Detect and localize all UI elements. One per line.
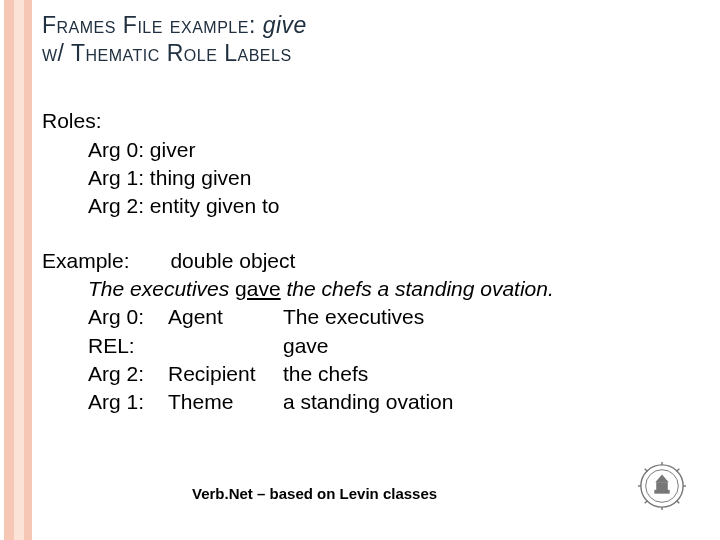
example-block: Example: double object The executives ga… xyxy=(42,247,708,417)
role-item: Arg 1: thing given xyxy=(42,164,708,192)
example-subtype: double object xyxy=(170,249,295,272)
example-sentence: The executives gave the chefs a standing… xyxy=(42,275,708,303)
svg-line-8 xyxy=(645,500,648,503)
slide-title: Frames File example: give w/ Thematic Ro… xyxy=(42,12,708,67)
svg-rect-11 xyxy=(654,490,669,494)
sentence-verb: gave xyxy=(235,277,281,300)
arg-span: gave xyxy=(283,332,329,360)
accent-stripe xyxy=(24,0,32,540)
svg-marker-12 xyxy=(655,474,668,482)
title-part1: Frames File example: xyxy=(42,12,256,38)
content: Roles: Arg 0: giver Arg 1: thing given A… xyxy=(42,107,708,416)
accent-stripe xyxy=(4,0,14,540)
svg-line-6 xyxy=(645,469,648,472)
accent-stripe xyxy=(14,0,24,540)
example-heading-line: Example: double object xyxy=(42,247,708,275)
seal-icon xyxy=(638,462,686,510)
arg-span: a standing ovation xyxy=(283,388,453,416)
roles-block: Roles: Arg 0: giver Arg 1: thing given A… xyxy=(42,107,708,220)
title-part2: w/ Thematic Role Labels xyxy=(42,40,292,66)
svg-line-9 xyxy=(676,500,679,503)
arg-role: Theme xyxy=(168,388,283,416)
sentence-pre: The executives xyxy=(88,277,235,300)
arg-row: REL: gave xyxy=(42,332,708,360)
arg-label: REL: xyxy=(88,332,168,360)
svg-line-7 xyxy=(676,469,679,472)
slide-body: Frames File example: give w/ Thematic Ro… xyxy=(42,12,708,528)
arg-row: Arg 1: Theme a standing ovation xyxy=(42,388,708,416)
sentence-post: the chefs a standing ovation. xyxy=(281,277,554,300)
role-item: Arg 2: entity given to xyxy=(42,192,708,220)
arg-row: Arg 2: Recipient the chefs xyxy=(42,360,708,388)
title-verb: give xyxy=(263,12,307,38)
arg-span: The executives xyxy=(283,303,424,331)
arg-label: Arg 2: xyxy=(88,360,168,388)
example-heading: Example: xyxy=(42,249,130,272)
arg-role xyxy=(168,332,283,360)
roles-heading: Roles: xyxy=(42,107,708,135)
arg-role: Recipient xyxy=(168,360,283,388)
arg-role: Agent xyxy=(168,303,283,331)
arg-label: Arg 1: xyxy=(88,388,168,416)
role-item: Arg 0: giver xyxy=(42,136,708,164)
arg-span: the chefs xyxy=(283,360,368,388)
arg-row: Arg 0: Agent The executives xyxy=(42,303,708,331)
footer-note: Verb.Net – based on Levin classes xyxy=(192,485,437,502)
arg-label: Arg 0: xyxy=(88,303,168,331)
